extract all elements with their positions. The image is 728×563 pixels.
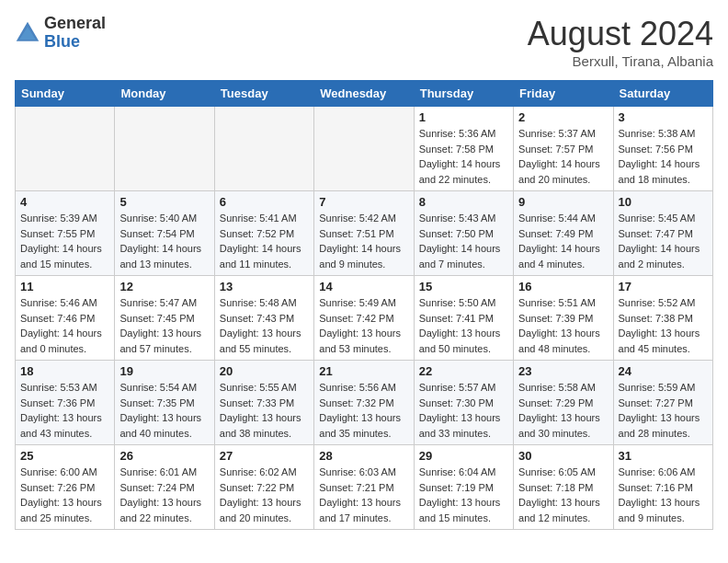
logo-icon — [15, 20, 40, 46]
day-number: 30 — [518, 449, 608, 463]
day-number: 19 — [119, 364, 209, 378]
day-number: 15 — [419, 280, 508, 293]
day-info: Sunrise: 5:56 AMSunset: 7:32 PMDaylight:… — [319, 380, 408, 441]
day-info: Sunrise: 6:01 AMSunset: 7:24 PMDaylight:… — [119, 465, 209, 525]
day-info: Sunrise: 5:45 AMSunset: 7:47 PMDaylight:… — [619, 211, 708, 271]
calendar-cell: 27Sunrise: 6:02 AMSunset: 7:22 PMDayligh… — [214, 445, 313, 530]
week-row-4: 18Sunrise: 5:53 AMSunset: 7:36 PMDayligh… — [16, 361, 713, 445]
calendar-cell: 1Sunrise: 5:36 AMSunset: 7:58 PMDaylight… — [414, 107, 513, 191]
day-number: 3 — [619, 110, 708, 124]
day-number: 25 — [20, 449, 109, 463]
calendar-cell: 17Sunrise: 5:52 AMSunset: 7:38 PMDayligh… — [613, 276, 712, 361]
day-info: Sunrise: 5:36 AMSunset: 7:58 PMDaylight:… — [419, 126, 508, 187]
day-info: Sunrise: 5:42 AMSunset: 7:51 PMDaylight:… — [319, 211, 408, 271]
day-number: 16 — [518, 280, 608, 293]
calendar-cell: 9Sunrise: 5:44 AMSunset: 7:49 PMDaylight… — [514, 191, 613, 276]
day-info: Sunrise: 6:04 AMSunset: 7:19 PMDaylight:… — [419, 465, 508, 525]
day-info: Sunrise: 5:52 AMSunset: 7:38 PMDaylight:… — [619, 295, 708, 356]
calendar-cell: 31Sunrise: 6:06 AMSunset: 7:16 PMDayligh… — [613, 445, 712, 530]
day-number: 10 — [619, 195, 708, 209]
calendar-cell: 21Sunrise: 5:56 AMSunset: 7:32 PMDayligh… — [314, 361, 414, 445]
calendar-cell: 22Sunrise: 5:57 AMSunset: 7:30 PMDayligh… — [414, 361, 513, 445]
day-number: 24 — [619, 364, 708, 378]
day-info: Sunrise: 5:51 AMSunset: 7:39 PMDaylight:… — [518, 295, 608, 356]
day-info: Sunrise: 5:59 AMSunset: 7:27 PMDaylight:… — [619, 380, 708, 441]
day-info: Sunrise: 5:37 AMSunset: 7:57 PMDaylight:… — [518, 126, 608, 187]
day-number: 4 — [20, 195, 109, 209]
day-number: 20 — [220, 364, 309, 378]
calendar-cell: 30Sunrise: 6:05 AMSunset: 7:18 PMDayligh… — [514, 445, 613, 530]
day-header-saturday: Saturday — [613, 81, 712, 107]
day-number: 31 — [619, 449, 708, 463]
day-number: 1 — [419, 110, 508, 124]
day-header-thursday: Thursday — [414, 81, 513, 107]
day-info: Sunrise: 6:03 AMSunset: 7:21 PMDaylight:… — [319, 465, 408, 525]
calendar-cell: 4Sunrise: 5:39 AMSunset: 7:55 PMDaylight… — [16, 191, 115, 276]
day-number: 2 — [518, 110, 608, 124]
calendar-cell: 15Sunrise: 5:50 AMSunset: 7:41 PMDayligh… — [414, 276, 513, 361]
logo-general-text: General — [44, 14, 106, 32]
calendar-cell: 2Sunrise: 5:37 AMSunset: 7:57 PMDaylight… — [514, 107, 613, 191]
day-info: Sunrise: 5:58 AMSunset: 7:29 PMDaylight:… — [518, 380, 608, 441]
calendar-cell — [214, 107, 313, 191]
day-header-tuesday: Tuesday — [214, 81, 313, 107]
day-info: Sunrise: 5:39 AMSunset: 7:55 PMDaylight:… — [20, 211, 109, 271]
calendar-cell: 23Sunrise: 5:58 AMSunset: 7:29 PMDayligh… — [514, 361, 613, 445]
day-header-sunday: Sunday — [16, 81, 115, 107]
week-row-2: 4Sunrise: 5:39 AMSunset: 7:55 PMDaylight… — [16, 191, 713, 276]
month-year-title: August 2024 — [528, 15, 713, 53]
day-number: 7 — [319, 195, 408, 209]
day-info: Sunrise: 5:53 AMSunset: 7:36 PMDaylight:… — [20, 380, 109, 441]
calendar-cell: 3Sunrise: 5:38 AMSunset: 7:56 PMDaylight… — [613, 107, 712, 191]
calendar-cell: 18Sunrise: 5:53 AMSunset: 7:36 PMDayligh… — [16, 361, 115, 445]
day-info: Sunrise: 5:40 AMSunset: 7:54 PMDaylight:… — [119, 211, 209, 271]
day-info: Sunrise: 5:47 AMSunset: 7:45 PMDaylight:… — [119, 295, 209, 356]
page-header: General Blue August 2024 Berxull, Tirana… — [15, 15, 713, 69]
day-number: 29 — [419, 449, 508, 463]
calendar-cell: 29Sunrise: 6:04 AMSunset: 7:19 PMDayligh… — [414, 445, 513, 530]
calendar-cell: 12Sunrise: 5:47 AMSunset: 7:45 PMDayligh… — [115, 276, 214, 361]
calendar-cell: 5Sunrise: 5:40 AMSunset: 7:54 PMDaylight… — [115, 191, 214, 276]
week-row-3: 11Sunrise: 5:46 AMSunset: 7:46 PMDayligh… — [16, 276, 713, 361]
day-number: 14 — [319, 280, 408, 293]
calendar-cell: 14Sunrise: 5:49 AMSunset: 7:42 PMDayligh… — [314, 276, 414, 361]
day-number: 5 — [119, 195, 209, 209]
calendar-cell: 16Sunrise: 5:51 AMSunset: 7:39 PMDayligh… — [514, 276, 613, 361]
day-info: Sunrise: 5:55 AMSunset: 7:33 PMDaylight:… — [220, 380, 309, 441]
day-info: Sunrise: 5:44 AMSunset: 7:49 PMDaylight:… — [518, 211, 608, 271]
calendar-table: SundayMondayTuesdayWednesdayThursdayFrid… — [15, 80, 713, 530]
day-number: 17 — [619, 280, 708, 293]
day-info: Sunrise: 5:43 AMSunset: 7:50 PMDaylight:… — [419, 211, 508, 271]
calendar-cell — [314, 107, 414, 191]
day-number: 26 — [119, 449, 209, 463]
day-info: Sunrise: 6:02 AMSunset: 7:22 PMDaylight:… — [220, 465, 309, 525]
calendar-cell: 10Sunrise: 5:45 AMSunset: 7:47 PMDayligh… — [613, 191, 712, 276]
day-number: 9 — [518, 195, 608, 209]
calendar-cell: 13Sunrise: 5:48 AMSunset: 7:43 PMDayligh… — [214, 276, 313, 361]
calendar-cell: 19Sunrise: 5:54 AMSunset: 7:35 PMDayligh… — [115, 361, 214, 445]
calendar-cell: 28Sunrise: 6:03 AMSunset: 7:21 PMDayligh… — [314, 445, 414, 530]
calendar-cell: 24Sunrise: 5:59 AMSunset: 7:27 PMDayligh… — [613, 361, 712, 445]
day-number: 8 — [419, 195, 508, 209]
day-info: Sunrise: 5:50 AMSunset: 7:41 PMDaylight:… — [419, 295, 508, 356]
calendar-cell: 6Sunrise: 5:41 AMSunset: 7:52 PMDaylight… — [214, 191, 313, 276]
day-info: Sunrise: 5:41 AMSunset: 7:52 PMDaylight:… — [220, 211, 309, 271]
day-info: Sunrise: 5:46 AMSunset: 7:46 PMDaylight:… — [20, 295, 109, 356]
day-header-wednesday: Wednesday — [314, 81, 414, 107]
day-info: Sunrise: 6:00 AMSunset: 7:26 PMDaylight:… — [20, 465, 109, 525]
day-number: 21 — [319, 364, 408, 378]
day-number: 18 — [20, 364, 109, 378]
calendar-cell: 11Sunrise: 5:46 AMSunset: 7:46 PMDayligh… — [16, 276, 115, 361]
calendar-cell: 25Sunrise: 6:00 AMSunset: 7:26 PMDayligh… — [16, 445, 115, 530]
location-subtitle: Berxull, Tirana, Albania — [528, 53, 713, 69]
calendar-cell: 8Sunrise: 5:43 AMSunset: 7:50 PMDaylight… — [414, 191, 513, 276]
day-info: Sunrise: 5:54 AMSunset: 7:35 PMDaylight:… — [119, 380, 209, 441]
day-number: 28 — [319, 449, 408, 463]
day-info: Sunrise: 6:05 AMSunset: 7:18 PMDaylight:… — [518, 465, 608, 525]
calendar-cell: 20Sunrise: 5:55 AMSunset: 7:33 PMDayligh… — [214, 361, 313, 445]
calendar-cell — [115, 107, 214, 191]
day-info: Sunrise: 6:06 AMSunset: 7:16 PMDaylight:… — [619, 465, 708, 525]
day-info: Sunrise: 5:38 AMSunset: 7:56 PMDaylight:… — [619, 126, 708, 187]
day-number: 12 — [119, 280, 209, 293]
day-header-monday: Monday — [115, 81, 214, 107]
